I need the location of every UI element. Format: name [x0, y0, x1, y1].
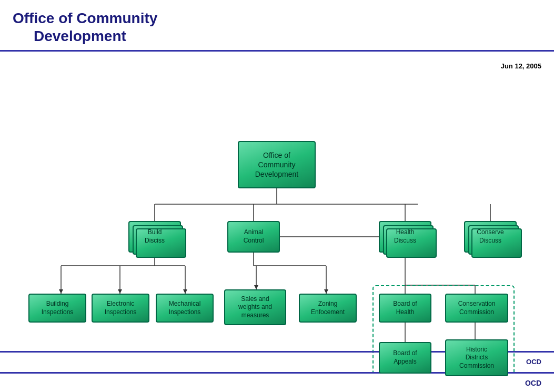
- node-electronic: ElectronicInspections: [92, 294, 149, 323]
- node-build: BuildDisciss: [128, 221, 181, 253]
- header: Office of Community Development: [0, 0, 554, 52]
- page-title: Office of Community Development: [13, 9, 541, 45]
- node-building: BuildingInspections: [28, 294, 86, 323]
- node-historic: HistoricDistrictsCommission: [445, 339, 508, 376]
- svg-marker-9: [59, 289, 63, 294]
- svg-marker-19: [324, 289, 328, 294]
- svg-marker-11: [118, 289, 122, 294]
- svg-marker-17: [254, 285, 258, 289]
- svg-marker-13: [183, 289, 187, 294]
- node-animal: AnimalControl: [227, 221, 280, 253]
- node-board-health: Board ofHealth: [379, 294, 431, 323]
- node-mechanical: MechanicalInspections: [156, 294, 214, 323]
- node-conservation: ConservationCommission: [445, 294, 508, 323]
- node-board-appeals: Board ofAppeals: [379, 342, 431, 374]
- node-sales: Sales andweights andmeasures: [224, 289, 286, 325]
- page-wrapper: Office of Community Development Jun 12, …: [0, 0, 554, 392]
- node-conserve: ConserveDiscuss: [464, 221, 517, 253]
- node-root: Office ofCommunityDevelopment: [238, 141, 316, 188]
- footer-label: OCD: [525, 379, 541, 387]
- node-health: HealthDiscuss: [379, 221, 431, 253]
- date-label: Jun 12, 2005: [501, 62, 541, 70]
- footer-label: OCD: [526, 358, 541, 366]
- main-content: Jun 12, 2005: [0, 58, 554, 372]
- node-zoning: ZoningEnfocement: [299, 294, 357, 323]
